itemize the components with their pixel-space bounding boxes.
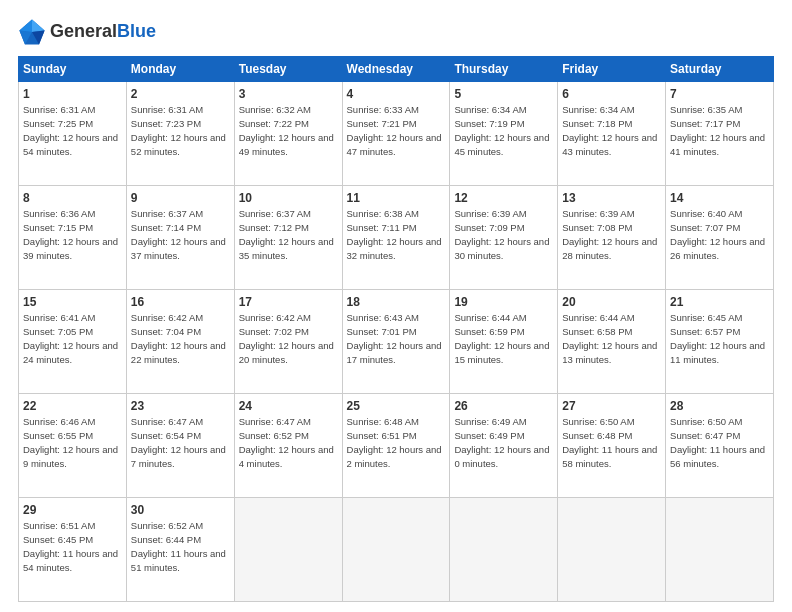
- day-number: 19: [454, 294, 553, 310]
- day-info: Sunrise: 6:31 AMSunset: 7:25 PMDaylight:…: [23, 104, 118, 156]
- calendar-cell: 15Sunrise: 6:41 AMSunset: 7:05 PMDayligh…: [19, 290, 127, 394]
- day-number: 29: [23, 502, 122, 518]
- day-number: 5: [454, 86, 553, 102]
- calendar-cell: 28Sunrise: 6:50 AMSunset: 6:47 PMDayligh…: [666, 394, 774, 498]
- calendar-cell: 19Sunrise: 6:44 AMSunset: 6:59 PMDayligh…: [450, 290, 558, 394]
- day-info: Sunrise: 6:44 AMSunset: 6:58 PMDaylight:…: [562, 312, 657, 364]
- col-header-wednesday: Wednesday: [342, 57, 450, 82]
- day-number: 26: [454, 398, 553, 414]
- week-row-4: 29Sunrise: 6:51 AMSunset: 6:45 PMDayligh…: [19, 498, 774, 602]
- day-number: 9: [131, 190, 230, 206]
- day-number: 15: [23, 294, 122, 310]
- logo-icon: [18, 18, 46, 46]
- day-number: 20: [562, 294, 661, 310]
- day-info: Sunrise: 6:47 AMSunset: 6:54 PMDaylight:…: [131, 416, 226, 468]
- day-number: 13: [562, 190, 661, 206]
- calendar-cell: 5Sunrise: 6:34 AMSunset: 7:19 PMDaylight…: [450, 82, 558, 186]
- svg-marker-1: [32, 19, 45, 32]
- calendar-cell: 16Sunrise: 6:42 AMSunset: 7:04 PMDayligh…: [126, 290, 234, 394]
- day-info: Sunrise: 6:37 AMSunset: 7:14 PMDaylight:…: [131, 208, 226, 260]
- day-number: 25: [347, 398, 446, 414]
- calendar-cell: 29Sunrise: 6:51 AMSunset: 6:45 PMDayligh…: [19, 498, 127, 602]
- col-header-friday: Friday: [558, 57, 666, 82]
- calendar-cell: [558, 498, 666, 602]
- col-header-monday: Monday: [126, 57, 234, 82]
- day-info: Sunrise: 6:35 AMSunset: 7:17 PMDaylight:…: [670, 104, 765, 156]
- week-row-0: 1Sunrise: 6:31 AMSunset: 7:25 PMDaylight…: [19, 82, 774, 186]
- col-header-tuesday: Tuesday: [234, 57, 342, 82]
- day-info: Sunrise: 6:44 AMSunset: 6:59 PMDaylight:…: [454, 312, 549, 364]
- day-info: Sunrise: 6:47 AMSunset: 6:52 PMDaylight:…: [239, 416, 334, 468]
- calendar-cell: 10Sunrise: 6:37 AMSunset: 7:12 PMDayligh…: [234, 186, 342, 290]
- day-info: Sunrise: 6:42 AMSunset: 7:02 PMDaylight:…: [239, 312, 334, 364]
- col-header-sunday: Sunday: [19, 57, 127, 82]
- calendar-cell: 9Sunrise: 6:37 AMSunset: 7:14 PMDaylight…: [126, 186, 234, 290]
- day-number: 17: [239, 294, 338, 310]
- day-number: 27: [562, 398, 661, 414]
- day-info: Sunrise: 6:33 AMSunset: 7:21 PMDaylight:…: [347, 104, 442, 156]
- day-number: 8: [23, 190, 122, 206]
- calendar-cell: [342, 498, 450, 602]
- calendar-cell: 30Sunrise: 6:52 AMSunset: 6:44 PMDayligh…: [126, 498, 234, 602]
- calendar-cell: 2Sunrise: 6:31 AMSunset: 7:23 PMDaylight…: [126, 82, 234, 186]
- calendar-table: SundayMondayTuesdayWednesdayThursdayFrid…: [18, 56, 774, 602]
- header: GeneralBlue: [18, 18, 774, 46]
- calendar-cell: 25Sunrise: 6:48 AMSunset: 6:51 PMDayligh…: [342, 394, 450, 498]
- day-number: 16: [131, 294, 230, 310]
- day-info: Sunrise: 6:49 AMSunset: 6:49 PMDaylight:…: [454, 416, 549, 468]
- calendar-cell: 14Sunrise: 6:40 AMSunset: 7:07 PMDayligh…: [666, 186, 774, 290]
- day-info: Sunrise: 6:50 AMSunset: 6:48 PMDaylight:…: [562, 416, 657, 468]
- calendar-cell: [234, 498, 342, 602]
- calendar-cell: [450, 498, 558, 602]
- day-number: 21: [670, 294, 769, 310]
- day-number: 1: [23, 86, 122, 102]
- week-row-3: 22Sunrise: 6:46 AMSunset: 6:55 PMDayligh…: [19, 394, 774, 498]
- day-info: Sunrise: 6:34 AMSunset: 7:19 PMDaylight:…: [454, 104, 549, 156]
- day-number: 24: [239, 398, 338, 414]
- calendar-cell: 17Sunrise: 6:42 AMSunset: 7:02 PMDayligh…: [234, 290, 342, 394]
- day-info: Sunrise: 6:43 AMSunset: 7:01 PMDaylight:…: [347, 312, 442, 364]
- day-number: 12: [454, 190, 553, 206]
- day-info: Sunrise: 6:40 AMSunset: 7:07 PMDaylight:…: [670, 208, 765, 260]
- day-info: Sunrise: 6:37 AMSunset: 7:12 PMDaylight:…: [239, 208, 334, 260]
- calendar-cell: 26Sunrise: 6:49 AMSunset: 6:49 PMDayligh…: [450, 394, 558, 498]
- day-info: Sunrise: 6:34 AMSunset: 7:18 PMDaylight:…: [562, 104, 657, 156]
- day-info: Sunrise: 6:52 AMSunset: 6:44 PMDaylight:…: [131, 520, 226, 572]
- day-number: 11: [347, 190, 446, 206]
- calendar-cell: 23Sunrise: 6:47 AMSunset: 6:54 PMDayligh…: [126, 394, 234, 498]
- calendar-cell: 20Sunrise: 6:44 AMSunset: 6:58 PMDayligh…: [558, 290, 666, 394]
- day-number: 30: [131, 502, 230, 518]
- day-number: 4: [347, 86, 446, 102]
- calendar-cell: 24Sunrise: 6:47 AMSunset: 6:52 PMDayligh…: [234, 394, 342, 498]
- calendar-cell: 18Sunrise: 6:43 AMSunset: 7:01 PMDayligh…: [342, 290, 450, 394]
- day-info: Sunrise: 6:51 AMSunset: 6:45 PMDaylight:…: [23, 520, 118, 572]
- calendar-cell: 1Sunrise: 6:31 AMSunset: 7:25 PMDaylight…: [19, 82, 127, 186]
- calendar-cell: [666, 498, 774, 602]
- day-info: Sunrise: 6:42 AMSunset: 7:04 PMDaylight:…: [131, 312, 226, 364]
- calendar-cell: 3Sunrise: 6:32 AMSunset: 7:22 PMDaylight…: [234, 82, 342, 186]
- day-info: Sunrise: 6:39 AMSunset: 7:09 PMDaylight:…: [454, 208, 549, 260]
- day-info: Sunrise: 6:31 AMSunset: 7:23 PMDaylight:…: [131, 104, 226, 156]
- day-number: 14: [670, 190, 769, 206]
- calendar-cell: 6Sunrise: 6:34 AMSunset: 7:18 PMDaylight…: [558, 82, 666, 186]
- calendar-cell: 13Sunrise: 6:39 AMSunset: 7:08 PMDayligh…: [558, 186, 666, 290]
- calendar-body: 1Sunrise: 6:31 AMSunset: 7:25 PMDaylight…: [19, 82, 774, 602]
- day-info: Sunrise: 6:39 AMSunset: 7:08 PMDaylight:…: [562, 208, 657, 260]
- calendar-cell: 12Sunrise: 6:39 AMSunset: 7:09 PMDayligh…: [450, 186, 558, 290]
- calendar-cell: 22Sunrise: 6:46 AMSunset: 6:55 PMDayligh…: [19, 394, 127, 498]
- week-row-1: 8Sunrise: 6:36 AMSunset: 7:15 PMDaylight…: [19, 186, 774, 290]
- day-number: 10: [239, 190, 338, 206]
- col-header-saturday: Saturday: [666, 57, 774, 82]
- day-info: Sunrise: 6:50 AMSunset: 6:47 PMDaylight:…: [670, 416, 765, 468]
- day-info: Sunrise: 6:41 AMSunset: 7:05 PMDaylight:…: [23, 312, 118, 364]
- day-info: Sunrise: 6:38 AMSunset: 7:11 PMDaylight:…: [347, 208, 442, 260]
- logo: GeneralBlue: [18, 18, 156, 46]
- day-of-week-header: SundayMondayTuesdayWednesdayThursdayFrid…: [19, 57, 774, 82]
- day-number: 7: [670, 86, 769, 102]
- calendar-cell: 7Sunrise: 6:35 AMSunset: 7:17 PMDaylight…: [666, 82, 774, 186]
- day-number: 2: [131, 86, 230, 102]
- day-number: 3: [239, 86, 338, 102]
- page: GeneralBlue SundayMondayTuesdayWednesday…: [0, 0, 792, 612]
- day-number: 28: [670, 398, 769, 414]
- week-row-2: 15Sunrise: 6:41 AMSunset: 7:05 PMDayligh…: [19, 290, 774, 394]
